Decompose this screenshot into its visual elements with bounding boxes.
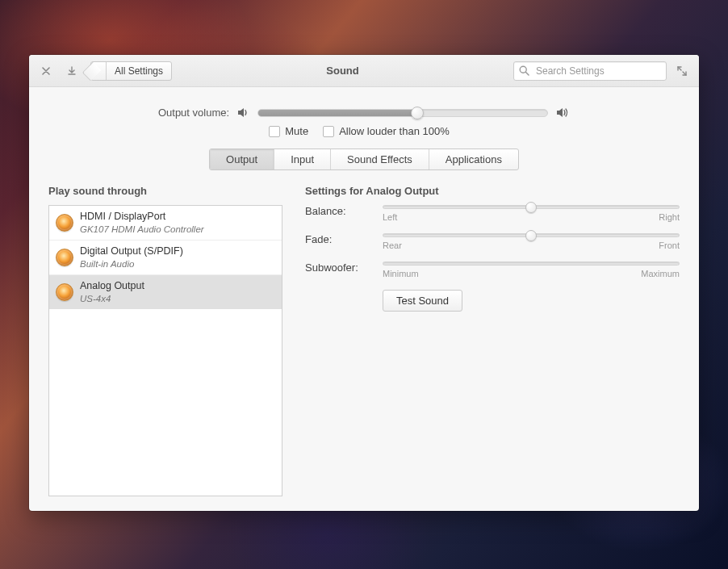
balance-right-label: Right	[659, 212, 680, 222]
expand-icon	[677, 66, 687, 76]
tab-input[interactable]: Input	[274, 149, 331, 169]
device-sub: Built-in Audio	[80, 258, 183, 270]
tab-applications[interactable]: Applications	[429, 149, 518, 169]
device-name: Analog Output	[80, 280, 144, 293]
content: Output volume: Mute Allow louder than 10…	[29, 87, 699, 511]
tabs: Output Input Sound Effects Applications	[48, 149, 680, 170]
back-label: All Settings	[107, 65, 171, 77]
play-through-title: Play sound through	[48, 185, 282, 197]
output-volume-row: Output volume:	[48, 107, 680, 119]
sound-settings-window: All Settings Sound Output volume:	[29, 55, 699, 511]
subwoofer-label: Subwoofer:	[305, 261, 368, 274]
close-button[interactable]	[36, 61, 56, 82]
search-input[interactable]	[534, 65, 661, 77]
device-name: HDMI / DisplayPort	[80, 211, 204, 224]
device-digital-output[interactable]: Digital Output (S/PDIF) Built-in Audio	[49, 241, 282, 275]
close-icon	[42, 67, 50, 75]
speaker-device-icon	[56, 249, 73, 266]
tab-output[interactable]: Output	[210, 149, 274, 169]
fade-label: Fade:	[305, 233, 368, 245]
back-all-settings-button[interactable]: All Settings	[90, 61, 172, 81]
window-title: Sound	[177, 65, 508, 77]
allow-louder-label: Allow louder than 100%	[339, 125, 450, 137]
dock-button[interactable]	[61, 61, 82, 82]
output-volume-label: Output volume:	[158, 107, 229, 119]
output-volume-slider[interactable]	[257, 109, 548, 117]
subwoofer-min-label: Minimum	[383, 269, 419, 278]
device-analog-output[interactable]: Analog Output US-4x4	[49, 275, 282, 309]
balance-row: Balance: Left Right	[305, 205, 680, 222]
subwoofer-max-label: Maximum	[641, 269, 680, 278]
output-device-list[interactable]: HDMI / DisplayPort GK107 HDMI Audio Cont…	[48, 205, 282, 496]
chevron-left-icon	[91, 62, 107, 80]
fade-front-label: Front	[659, 241, 680, 250]
balance-left-label: Left	[383, 212, 397, 222]
device-list-panel: Play sound through HDMI / DisplayPort GK…	[48, 185, 282, 496]
allow-louder-checkbox[interactable]	[323, 126, 334, 137]
test-sound-button[interactable]: Test Sound	[383, 290, 462, 312]
subwoofer-slider[interactable]	[383, 261, 680, 266]
dock-icon	[67, 66, 77, 76]
device-sub: GK107 HDMI Audio Controller	[80, 224, 204, 235]
search-settings-field[interactable]	[513, 61, 667, 81]
search-icon	[519, 65, 529, 76]
device-name: Digital Output (S/PDIF)	[80, 245, 183, 258]
fade-row: Fade: Rear Front	[305, 233, 680, 250]
speaker-high-icon	[556, 107, 570, 118]
settings-for-title: Settings for Analog Output	[305, 185, 680, 197]
balance-slider[interactable]	[383, 205, 680, 209]
titlebar: All Settings Sound	[29, 55, 699, 87]
device-settings-panel: Settings for Analog Output Balance: Left…	[305, 185, 680, 496]
device-sub: US-4x4	[80, 293, 144, 304]
maximize-button[interactable]	[672, 61, 692, 82]
fade-rear-label: Rear	[383, 241, 402, 250]
fade-slider[interactable]	[383, 233, 680, 237]
speaker-device-icon	[56, 283, 73, 301]
volume-options-row: Mute Allow louder than 100%	[48, 125, 680, 137]
test-sound-row: Test Sound	[305, 290, 680, 312]
output-panel: Play sound through HDMI / DisplayPort GK…	[48, 185, 680, 496]
tab-sound-effects[interactable]: Sound Effects	[331, 149, 429, 169]
tab-bar: Output Input Sound Effects Applications	[209, 149, 519, 170]
speaker-device-icon	[56, 214, 73, 232]
mute-checkbox[interactable]	[269, 126, 280, 137]
device-hdmi-displayport[interactable]: HDMI / DisplayPort GK107 HDMI Audio Cont…	[49, 206, 282, 241]
subwoofer-row: Subwoofer: Minimum Maximum	[305, 261, 680, 278]
mute-label: Mute	[285, 125, 308, 137]
speaker-low-icon	[237, 107, 249, 118]
balance-label: Balance:	[305, 205, 368, 217]
